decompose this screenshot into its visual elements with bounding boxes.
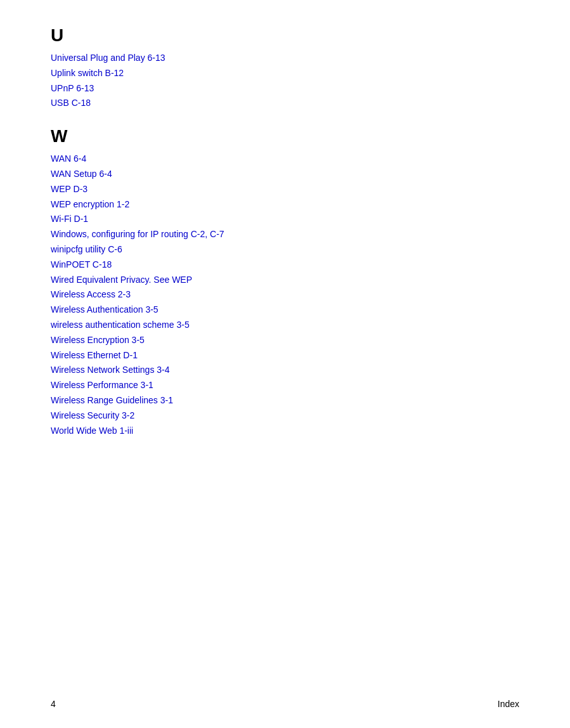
index-entry[interactable]: UPnP 6-13: [51, 81, 519, 96]
index-entry[interactable]: Wireless Authentication 3-5: [51, 302, 519, 318]
section-header-w: W: [51, 126, 519, 146]
index-entry[interactable]: Wireless Performance 3-1: [51, 378, 519, 393]
index-entry[interactable]: Wireless Network Settings 3-4: [51, 363, 519, 378]
index-entry[interactable]: Windows, configuring for IP routing C-2,…: [51, 227, 519, 242]
section-entries-u: Universal Plug and Play 6-13Uplink switc…: [51, 51, 519, 111]
index-entry[interactable]: Wired Equivalent Privacy. See WEP: [51, 273, 519, 288]
index-entry[interactable]: winipcfg utility C-6: [51, 242, 519, 257]
index-entry[interactable]: USB C-18: [51, 96, 519, 111]
index-entry[interactable]: WAN Setup 6-4: [51, 167, 519, 182]
index-entry[interactable]: WinPOET C-18: [51, 257, 519, 273]
section-header-u: U: [51, 25, 519, 46]
index-entry[interactable]: WEP encryption 1-2: [51, 197, 519, 212]
index-entry[interactable]: Wireless Security 3-2: [51, 408, 519, 424]
section-entries-w: WAN 6-4WAN Setup 6-4WEP D-3WEP encryptio…: [51, 152, 519, 438]
index-entry[interactable]: Wireless Access 2-3: [51, 287, 519, 302]
footer-page-number: 4: [51, 699, 56, 709]
index-entry[interactable]: WEP D-3: [51, 182, 519, 197]
index-entry[interactable]: WAN 6-4: [51, 152, 519, 167]
page-container: U Universal Plug and Play 6-13Uplink swi…: [0, 0, 570, 728]
footer-label: Index: [498, 699, 519, 709]
index-entry[interactable]: wireless authentication scheme 3-5: [51, 318, 519, 333]
index-entry[interactable]: Uplink switch B-12: [51, 66, 519, 81]
section-u: U Universal Plug and Play 6-13Uplink swi…: [51, 25, 519, 111]
index-entry[interactable]: Wireless Range Guidelines 3-1: [51, 393, 519, 408]
index-entry[interactable]: Wireless Encryption 3-5: [51, 333, 519, 348]
index-entry[interactable]: Wi-Fi D-1: [51, 212, 519, 227]
section-w: W WAN 6-4WAN Setup 6-4WEP D-3WEP encrypt…: [51, 126, 519, 438]
index-entry[interactable]: Universal Plug and Play 6-13: [51, 51, 519, 66]
footer: 4 Index: [51, 699, 519, 709]
index-entry[interactable]: World Wide Web 1-iii: [51, 424, 519, 439]
index-entry[interactable]: Wireless Ethernet D-1: [51, 348, 519, 363]
